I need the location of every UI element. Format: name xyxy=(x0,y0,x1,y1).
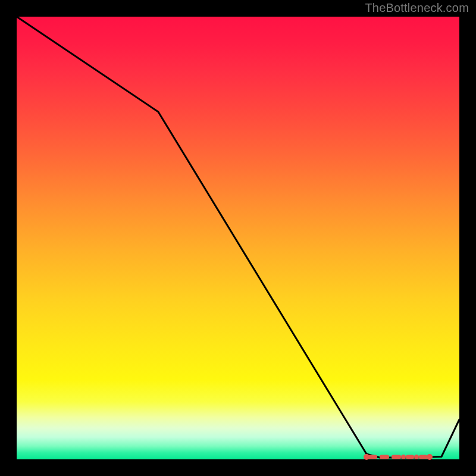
plot-area xyxy=(17,17,459,459)
svg-point-8 xyxy=(427,454,433,460)
chart-overlay xyxy=(17,17,459,459)
attribution-text: TheBottleneck.com xyxy=(365,1,469,15)
bottleneck-line xyxy=(17,17,459,458)
svg-point-4 xyxy=(401,455,406,459)
svg-rect-5 xyxy=(406,455,414,459)
optimal-range-markers xyxy=(364,454,433,460)
svg-point-6 xyxy=(414,455,419,459)
chart-container: TheBottleneck.com xyxy=(0,0,476,476)
svg-rect-2 xyxy=(380,455,389,459)
svg-rect-1 xyxy=(368,455,377,459)
svg-rect-3 xyxy=(392,455,401,459)
svg-rect-7 xyxy=(419,455,427,459)
